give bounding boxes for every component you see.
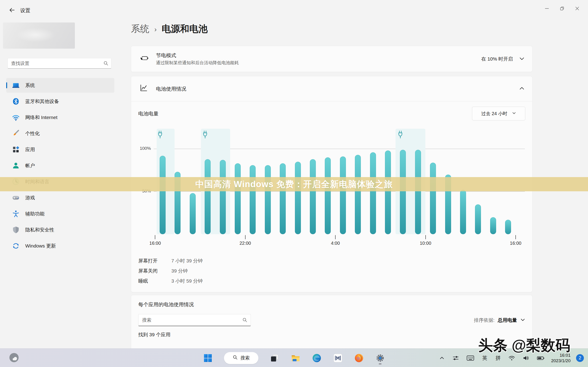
stat-label: 屏幕关闭 xyxy=(138,268,171,274)
settings-app-button[interactable] xyxy=(375,353,385,363)
sidebar-item-label: 辅助功能 xyxy=(25,211,44,217)
close-button[interactable] xyxy=(570,3,585,14)
stat-row: 屏幕关闭 39 分钟 xyxy=(138,266,203,276)
battery-saver-setting[interactable]: 在 10% 时开启 xyxy=(481,46,525,72)
x-axis-label: 16:00 xyxy=(141,241,169,246)
brush-icon xyxy=(12,130,20,137)
x-axis-tick xyxy=(425,235,426,239)
sidebar-item-apps[interactable]: 应用 xyxy=(6,142,114,157)
battery-level-bar xyxy=(205,159,211,234)
sidebar-item-gaming[interactable]: 游戏 xyxy=(6,190,114,205)
moon-weather-icon xyxy=(9,352,19,364)
app-search-input[interactable] xyxy=(138,317,242,323)
sidebar-item-bluetooth[interactable]: 蓝牙和其他设备 xyxy=(6,94,114,109)
chevron-up-icon xyxy=(439,355,445,361)
sidebar-item-windows-update[interactable]: Windows 更新 xyxy=(6,239,114,253)
chevron-down-icon xyxy=(519,56,525,62)
battery-level-bar xyxy=(490,217,496,234)
settings-window: 设置 系统 蓝牙和其他设备 xyxy=(0,0,588,367)
sidebar-nav: 系统 蓝牙和其他设备 网络和 Internet 个性化 应用 xyxy=(6,78,114,255)
app-title: 设置 xyxy=(20,7,30,14)
gamepad-icon xyxy=(12,194,20,202)
battery-level-bar xyxy=(475,204,481,234)
battery-level-bar xyxy=(385,150,391,234)
tray-overflow-button[interactable] xyxy=(438,354,446,362)
m-app-icon xyxy=(333,353,342,363)
battery-level-bar xyxy=(340,156,346,234)
edge-browser-button[interactable] xyxy=(312,353,322,363)
charging-plug-icon xyxy=(157,131,163,139)
keyboard-icon xyxy=(467,355,474,361)
weather-widget[interactable] xyxy=(9,352,19,364)
battery-saver-icon xyxy=(139,54,149,63)
search-icon xyxy=(242,317,247,323)
search-icon xyxy=(233,355,238,361)
user-profile-placeholder[interactable] xyxy=(3,23,75,49)
start-button[interactable] xyxy=(203,353,213,363)
minimize-button[interactable] xyxy=(539,3,554,14)
back-button[interactable] xyxy=(6,6,17,15)
breadcrumb-parent[interactable]: 系统 xyxy=(131,23,149,35)
settings-search-input[interactable] xyxy=(8,61,103,66)
sidebar-item-privacy[interactable]: 隐私和安全性 xyxy=(6,223,114,237)
taskbar-search[interactable]: 搜索 xyxy=(224,352,258,364)
restore-icon xyxy=(560,6,564,11)
sidebar-item-label: 帐户 xyxy=(25,162,35,169)
touch-keyboard-button[interactable] xyxy=(466,354,475,362)
firefox-button[interactable] xyxy=(354,353,364,363)
m-app-button[interactable] xyxy=(333,353,343,363)
minimize-icon xyxy=(545,6,549,11)
sort-dropdown[interactable]: 排序依据: 总用电量 xyxy=(474,317,525,323)
sidebar-item-label: 游戏 xyxy=(25,194,35,201)
settings-search-box xyxy=(8,58,111,69)
restore-button[interactable] xyxy=(554,3,570,14)
stat-value: 39 分钟 xyxy=(171,268,188,274)
x-axis-tick xyxy=(335,235,336,239)
stat-label: 睡眠 xyxy=(138,278,171,284)
edge-icon xyxy=(312,353,321,363)
battery-level-bar xyxy=(295,162,301,234)
x-axis-label: 22:00 xyxy=(232,241,259,246)
battery-level-bar xyxy=(460,190,466,234)
taskbar-center: 搜索 xyxy=(203,349,385,367)
battery-level-bar xyxy=(280,163,286,234)
sidebar-item-system[interactable]: 系统 xyxy=(6,78,114,93)
notification-badge[interactable]: 2 xyxy=(576,354,584,362)
app-search-box xyxy=(138,314,251,326)
sidebar-item-personalization[interactable]: 个性化 xyxy=(6,126,114,141)
sidebar-item-accessibility[interactable]: 辅助功能 xyxy=(6,206,114,221)
battery-level-bar xyxy=(370,152,376,234)
chevron-down-icon xyxy=(520,317,525,323)
battery-saver-value: 在 10% 时开启 xyxy=(481,56,513,62)
firefox-icon xyxy=(355,353,363,363)
hardware-settings-button[interactable] xyxy=(451,354,460,362)
stat-value: 3 小时 59 分钟 xyxy=(171,278,203,284)
stat-row: 屏幕打开 7 小时 39 分钟 xyxy=(138,256,203,266)
back-arrow-icon xyxy=(8,7,15,15)
apps-icon xyxy=(12,146,20,153)
battery-saver-subtitle: 通过限制某些通知和后台活动降低电池能耗 xyxy=(156,60,239,66)
sidebar-item-network[interactable]: 网络和 Internet xyxy=(6,110,114,125)
wifi-icon xyxy=(12,114,20,121)
sidebar-item-label: 应用 xyxy=(25,146,35,153)
task-view-button[interactable] xyxy=(269,353,279,363)
breadcrumb-separator-icon: › xyxy=(154,25,157,33)
file-explorer-icon xyxy=(291,353,300,363)
battery-saver-title: 节电模式 xyxy=(156,52,176,59)
battery-level-bar xyxy=(250,165,256,234)
sidebar-item-label: 隐私和安全性 xyxy=(25,227,54,233)
sidebar-item-label: Windows 更新 xyxy=(25,243,56,249)
per-app-usage-card: 每个应用的电池使用情况 排序依据: 总用电量 找到 39 个应用 xyxy=(131,295,532,355)
battery-level-bar xyxy=(430,163,436,234)
active-app-indicator xyxy=(379,363,381,365)
battery-level-bar xyxy=(160,156,166,234)
file-explorer-button[interactable] xyxy=(291,353,301,363)
battery-level-bar xyxy=(325,157,331,234)
battery-level-bar xyxy=(190,193,196,234)
charging-plug-icon xyxy=(397,131,403,139)
battery-saver-card: 节电模式 通过限制某些通知和后台活动降低电池能耗 在 10% 时开启 xyxy=(131,46,532,72)
x-axis-label: 4:00 xyxy=(321,241,349,246)
gear-icon xyxy=(376,353,385,363)
update-icon xyxy=(12,242,20,250)
sidebar-item-accounts[interactable]: 帐户 xyxy=(6,158,114,173)
